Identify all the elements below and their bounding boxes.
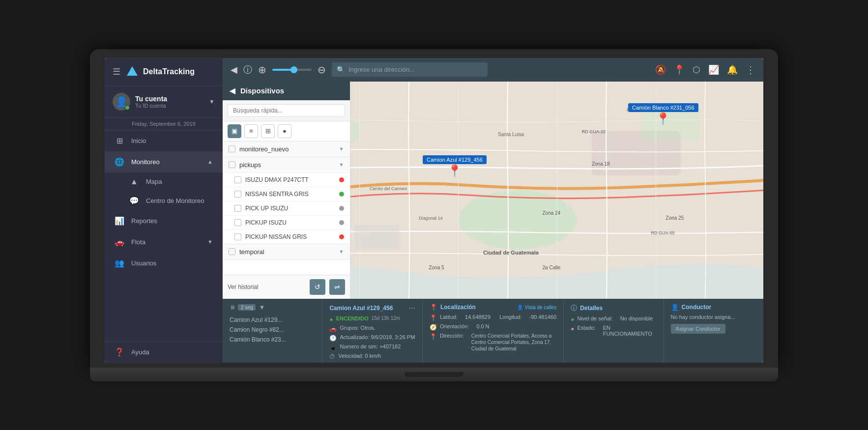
svg-text:Diagonal 14: Diagonal 14 xyxy=(419,216,442,221)
location-icon[interactable]: ◀ xyxy=(231,64,237,75)
group-name-temporal: temporal xyxy=(239,248,335,256)
device-name-pick-up-isuzu: PICK UP ISUZU xyxy=(245,205,335,212)
toolbar-btn-list[interactable]: ≡ xyxy=(244,124,258,138)
group-chevron-temporal: ▼ xyxy=(339,249,344,255)
device-checkbox-pickup-nissan-gris[interactable] xyxy=(234,233,241,240)
map-area[interactable]: Tierra Nueva Santa Luisa Zona 18 Zona 25… xyxy=(223,82,763,299)
device-panel-search xyxy=(223,100,350,121)
pentagon-icon[interactable]: ⬡ xyxy=(693,64,700,75)
route-icon-button[interactable]: ⇌ xyxy=(329,279,345,295)
toolbar-btn-tiles[interactable]: ⊞ xyxy=(261,124,275,138)
street-view-icon: 👤 xyxy=(517,305,523,310)
device-detail-more-icon[interactable]: ··· xyxy=(409,304,415,313)
centro-icon: 💬 xyxy=(129,196,139,205)
vehicle-list-item-0[interactable]: Camion Azul #129... xyxy=(230,315,315,325)
toolbar-btn-grid[interactable]: ▣ xyxy=(228,124,241,138)
address-icon: 📍 xyxy=(430,333,437,340)
group-chevron-pickups: ▼ xyxy=(339,162,344,168)
chevron-down-icon[interactable]: ▼ xyxy=(209,98,215,105)
chart-icon[interactable]: 📈 xyxy=(708,64,719,75)
lat-icon: 📍 xyxy=(430,315,437,321)
lat-lon-row: 📍 Latitud: 14.648829 Longitud: -90.48146… xyxy=(430,314,556,321)
group-header-temporal[interactable]: temporal ▼ xyxy=(223,244,350,259)
conductor-header: 👤 Conductor xyxy=(671,304,756,311)
user-section[interactable]: 👤 Tu cuenta Tu ID cuenta ▼ xyxy=(105,86,223,118)
lat-label: Latitud: xyxy=(440,314,458,320)
group-checkbox-pickups[interactable] xyxy=(229,161,235,168)
group-header-pickups[interactable]: pickups ▼ xyxy=(223,157,350,172)
device-checkbox-nissan-sentra[interactable] xyxy=(234,191,241,198)
sidebar-item-inicio[interactable]: ⊞ Inicio xyxy=(105,130,223,151)
history-icon-button[interactable]: ↺ xyxy=(310,279,325,295)
svg-text:RD GUA-22: RD GUA-22 xyxy=(582,129,606,134)
user-name: Tu cuenta xyxy=(135,95,204,103)
device-panel-toolbar: ▣ ≡ ⊞ ● xyxy=(223,121,350,142)
sidebar-item-mapa[interactable]: ▲ Mapa xyxy=(105,172,223,191)
device-group-temporal: temporal ▼ xyxy=(223,244,350,260)
sidebar-item-ayuda[interactable]: ❓ Ayuda xyxy=(105,341,223,363)
lat-value: 14.648829 xyxy=(465,314,491,320)
group-checkbox-monitoreo-nuevo[interactable] xyxy=(229,145,235,152)
assign-conductor-row: Asignar Conductor xyxy=(671,324,756,334)
assign-conductor-button[interactable]: Asignar Conductor xyxy=(671,324,725,334)
status-dot-pickup-isuzu xyxy=(339,220,344,225)
state-value: EN FUNCIONAMIENTO xyxy=(603,325,657,337)
orientation-label: Orientación: xyxy=(440,323,469,329)
zoom-in-icon[interactable]: ⊕ xyxy=(258,64,266,76)
street-view-button[interactable]: 👤 Vista de calles xyxy=(517,305,556,310)
zoom-slider-container xyxy=(272,69,312,71)
no-conductor-label: No hay conductor asigna... xyxy=(671,314,735,320)
device-group-pickups: pickups ▼ ISUZU DMAX P247CTT xyxy=(223,157,350,244)
group-header-monitoreo-nuevo[interactable]: monitoreo_nuevo ▼ xyxy=(223,142,350,157)
address-search-input[interactable] xyxy=(332,62,488,77)
device-checkbox-pickup-isuzu[interactable] xyxy=(234,219,241,226)
top-bar: ◀ ⓘ ⊕ ⊖ 🔍 🔕 xyxy=(223,58,763,82)
refresh-icon: ▼ xyxy=(259,304,265,311)
details-section: ⓘ Detalles ● Nivel de señal: No disponib… xyxy=(564,299,664,363)
device-checkbox-isuzu-dmax[interactable] xyxy=(234,176,241,183)
svg-text:Cerrito del Carmen: Cerrito del Carmen xyxy=(370,186,407,191)
device-detail-title: Camion Azul #129_456 xyxy=(329,305,393,312)
more-options-icon[interactable]: ⋮ xyxy=(746,64,755,76)
group-checkbox-temporal[interactable] xyxy=(229,248,235,255)
info-icon[interactable]: ⓘ xyxy=(243,64,252,76)
mapa-icon: ▲ xyxy=(129,177,139,186)
ver-historial-button[interactable]: Ver historial xyxy=(228,284,306,290)
avatar-status xyxy=(125,105,130,110)
vehicle-list-item-2[interactable]: Camión Blanco #23... xyxy=(230,335,315,344)
pin-icon[interactable]: 📍 xyxy=(674,64,685,75)
device-checkbox-pick-up-isuzu[interactable] xyxy=(234,205,241,212)
bell-icon[interactable]: 🔔 xyxy=(727,64,738,75)
device-search-input[interactable] xyxy=(228,104,345,117)
state-label: Estado: xyxy=(577,325,595,331)
flota-arrow-icon: ▼ xyxy=(207,239,213,245)
sidebar-item-usuarios[interactable]: 👥 Usuarios xyxy=(105,253,223,274)
device-item-pickup-nissan-gris[interactable]: PICKUP NISSAN GRIS xyxy=(223,229,350,244)
ayuda-icon: ❓ xyxy=(115,347,124,357)
sidebar-item-reportes[interactable]: 📊 Reportes xyxy=(105,210,223,231)
sidebar-item-flota[interactable]: 🚗 Flota ▼ xyxy=(105,231,223,253)
toolbar-btn-dot[interactable]: ● xyxy=(278,124,291,138)
device-item-pick-up-isuzu[interactable]: PICK UP ISUZU xyxy=(223,201,350,215)
avatar: 👤 xyxy=(113,93,130,111)
conductor-section: 👤 Conductor No hay conductor asigna... A… xyxy=(664,299,763,363)
map-marker-camion-blanco[interactable]: Camión Blanco #231_056 📍 xyxy=(628,103,698,125)
vehicle-list-item-1[interactable]: Camion Negro #82... xyxy=(230,325,315,335)
sidebar-item-label-inicio: Inicio xyxy=(131,137,146,144)
hamburger-icon[interactable]: ☰ xyxy=(113,66,120,77)
device-groups-row: 🚗 Grupos: Otros. xyxy=(329,325,415,332)
zoom-out-icon[interactable]: ⊖ xyxy=(318,64,326,76)
sidebar-item-centro-monitoreo[interactable]: 💬 Centro de Monitoreo xyxy=(105,191,223,210)
lon-value: -90.481460 xyxy=(529,314,556,320)
sidebar-item-label-ayuda: Ayuda xyxy=(131,348,149,356)
details-icon: ⓘ xyxy=(571,304,577,313)
notification-off-icon[interactable]: 🔕 xyxy=(655,64,666,75)
zoom-slider[interactable] xyxy=(272,69,312,71)
sidebar-item-monitoreo[interactable]: 🌐 Monitoreo ▲ xyxy=(105,151,223,172)
device-item-nissan-sentra[interactable]: NISSAN SENTRA GRIS xyxy=(223,187,350,201)
device-item-pickup-isuzu[interactable]: PICKUP ISUZU xyxy=(223,215,350,229)
map-marker-camion-azul[interactable]: Camion Azul #129_456 📍 xyxy=(423,155,487,177)
device-item-isuzu-dmax[interactable]: ISUZU DMAX P247CTT xyxy=(223,172,350,187)
device-sim: Numero de sim: +407182 xyxy=(340,344,401,349)
usuarios-icon: 👥 xyxy=(115,258,124,268)
